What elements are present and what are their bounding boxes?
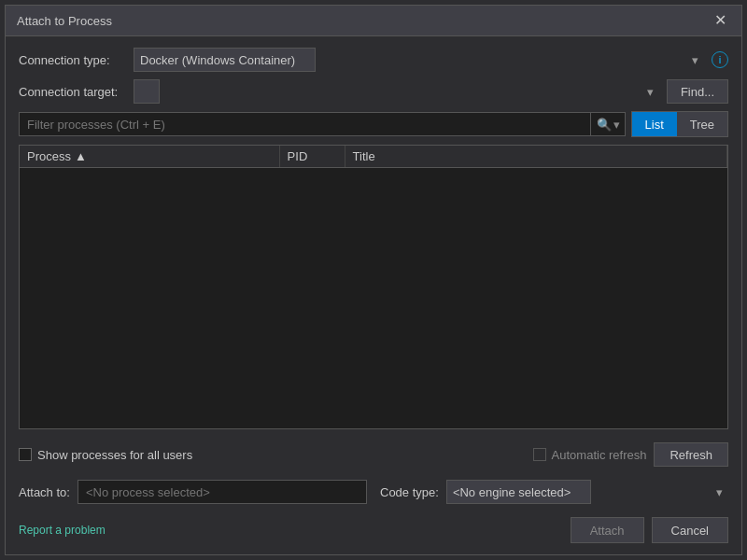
report-problem-link[interactable]: Report a problem [19, 524, 106, 537]
info-icon[interactable]: i [712, 51, 728, 68]
bottom-controls: Show processes for all users Automatic r… [19, 437, 728, 472]
footer-row: Report a problem Attach Cancel [19, 511, 728, 543]
code-type-select[interactable]: <No engine selected> [446, 480, 591, 504]
table-body [20, 168, 727, 428]
code-type-select-wrapper: <No engine selected> [446, 480, 728, 504]
col-header-process[interactable]: Process ▲ [20, 146, 280, 167]
footer-buttons: Attach Cancel [571, 517, 728, 543]
attach-action-button[interactable]: Attach [571, 517, 644, 543]
process-table: Process ▲ PID Title [19, 145, 728, 429]
connection-type-select-wrapper: Docker (Windows Container) [134, 48, 704, 72]
attach-to-row: Attach to: Code type: <No engine selecte… [19, 480, 728, 504]
view-buttons: List Tree [631, 111, 728, 137]
tree-view-button[interactable]: Tree [677, 112, 727, 136]
connection-type-select[interactable]: Docker (Windows Container) [134, 48, 316, 72]
attach-to-input[interactable] [78, 480, 367, 504]
connection-target-select[interactable] [134, 79, 160, 104]
connection-type-label: Connection type: [19, 53, 126, 67]
show-all-users-checkbox-label[interactable]: Show processes for all users [19, 448, 192, 462]
table-header: Process ▲ PID Title [20, 146, 727, 168]
find-button[interactable]: Find... [667, 79, 728, 104]
search-button[interactable]: 🔍 ▾ [590, 112, 626, 136]
dialog-body: Connection type: Docker (Windows Contain… [6, 36, 741, 554]
auto-refresh-checkbox[interactable] [533, 448, 546, 461]
cancel-button[interactable]: Cancel [652, 517, 728, 543]
code-type-field-group: Code type: <No engine selected> [380, 480, 728, 504]
connection-type-row: Connection type: Docker (Windows Contain… [19, 48, 728, 72]
close-button[interactable]: ✕ [711, 13, 730, 28]
auto-refresh-checkbox-label[interactable]: Automatic refresh [533, 448, 647, 462]
search-icon: 🔍 [597, 118, 612, 132]
search-dropdown-icon: ▾ [613, 118, 620, 132]
connection-target-row: Connection target: Find... [19, 79, 728, 104]
filter-row: 🔍 ▾ List Tree [19, 111, 728, 137]
show-all-users-checkbox[interactable] [19, 448, 32, 461]
attach-to-process-dialog: Attach to Process ✕ Connection type: Doc… [5, 5, 742, 555]
col-header-pid[interactable]: PID [280, 146, 345, 167]
col-header-title[interactable]: Title [345, 146, 727, 167]
title-bar: Attach to Process ✕ [6, 6, 741, 36]
connection-target-select-wrapper [134, 79, 659, 104]
list-view-button[interactable]: List [632, 112, 677, 136]
code-type-label: Code type: [380, 485, 439, 499]
attach-to-label: Attach to: [19, 485, 70, 499]
filter-input-wrapper: 🔍 ▾ [19, 112, 626, 136]
connection-target-label: Connection target: [19, 85, 126, 99]
dialog-title: Attach to Process [17, 14, 112, 28]
attach-to-field-group: Attach to: [19, 480, 367, 504]
filter-input[interactable] [19, 112, 626, 136]
refresh-button[interactable]: Refresh [654, 442, 728, 467]
right-controls: Automatic refresh Refresh [533, 442, 728, 467]
